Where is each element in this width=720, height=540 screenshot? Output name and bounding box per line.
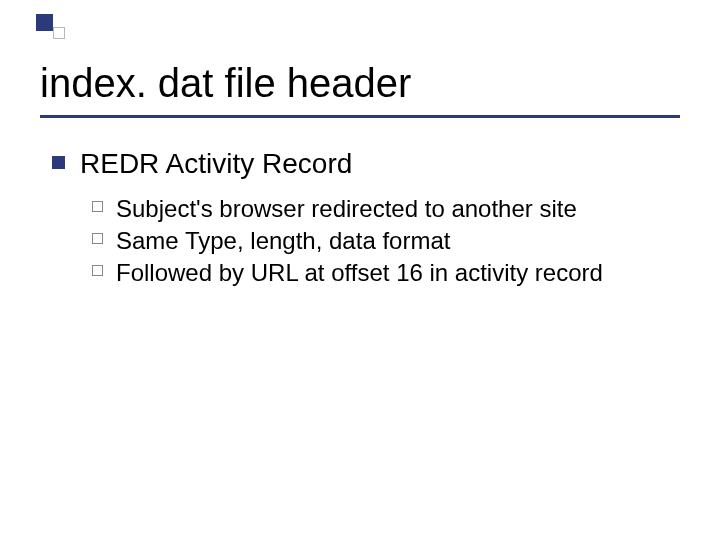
level2-text: Followed by URL at offset 16 in activity…	[116, 259, 603, 286]
bullet-level2: Subject's browser redirected to another …	[92, 193, 680, 225]
bullet-level1: REDR Activity Record Subject's browser r…	[48, 146, 680, 290]
title-rule	[40, 115, 680, 118]
level2-text: Subject's browser redirected to another …	[116, 195, 577, 222]
level2-text: Same Type, length, data format	[116, 227, 450, 254]
bullet-level2: Followed by URL at offset 16 in activity…	[92, 257, 680, 289]
hollow-square-bullet-icon	[92, 265, 103, 276]
level1-heading: REDR Activity Record	[80, 148, 352, 179]
hollow-square-bullet-icon	[92, 233, 103, 244]
content-area: REDR Activity Record Subject's browser r…	[40, 146, 680, 290]
slide: index. dat file header REDR Activity Rec…	[0, 0, 720, 540]
sublist: Subject's browser redirected to another …	[80, 193, 680, 290]
slide-title: index. dat file header	[40, 62, 680, 105]
hollow-square-bullet-icon	[92, 201, 103, 212]
decorative-squares	[36, 14, 66, 44]
square-bullet-icon	[52, 156, 65, 169]
bullet-level2: Same Type, length, data format	[92, 225, 680, 257]
